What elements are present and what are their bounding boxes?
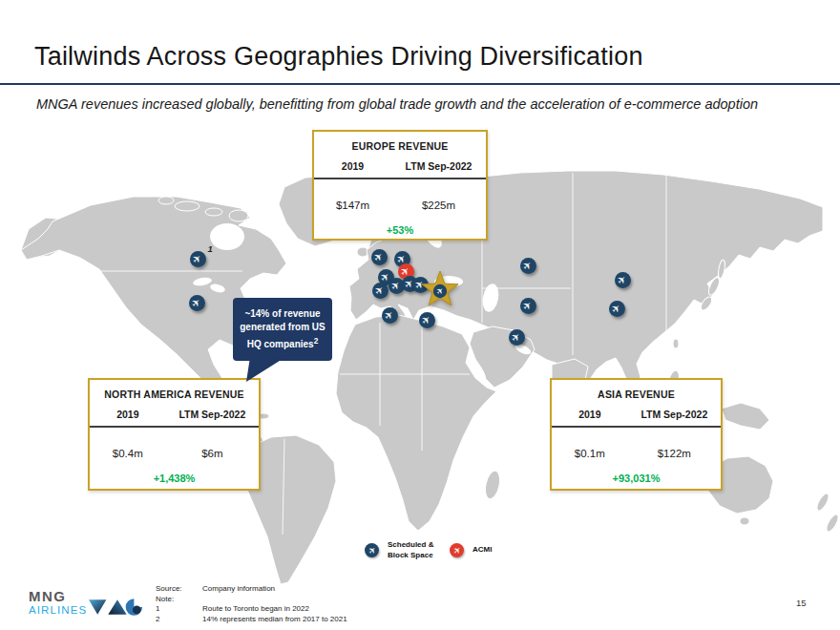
table-title: ASIA REVENUE bbox=[552, 380, 721, 400]
source-notes: Source: Company information Note: 1 Rout… bbox=[156, 584, 347, 623]
logo-text-airlines: AIRLINES bbox=[29, 605, 87, 617]
col-header-ltm: LTM Sep-2022 bbox=[628, 409, 721, 420]
callout-text: ~14% of revenue generated from US HQ com… bbox=[240, 308, 325, 349]
airplane-icon: ✈ bbox=[389, 279, 403, 292]
airplane-icon: ✈ bbox=[190, 296, 203, 309]
col-header-2019: 2019 bbox=[552, 409, 628, 420]
col-header-ltm: LTM Sep-2022 bbox=[166, 409, 259, 420]
col-header-2019: 2019 bbox=[90, 409, 166, 420]
source-value: Company information bbox=[202, 584, 347, 593]
scheduled-route-marker: ✈ bbox=[371, 249, 388, 265]
table-title: EUROPE REVENUE bbox=[314, 132, 486, 152]
scheduled-route-marker: ✈ bbox=[419, 312, 435, 328]
note-label: Note: bbox=[156, 595, 202, 603]
table-value-row: $0.4m $6m bbox=[90, 448, 259, 459]
note-spacer bbox=[202, 595, 347, 603]
value-2019: $0.4m bbox=[90, 448, 166, 459]
map-legend: ✈ Scheduled & Block Space ✈ ACMI bbox=[365, 540, 492, 561]
table-value-row: $147m $225m bbox=[314, 200, 486, 211]
europe-revenue-table: EUROPE REVENUE 2019 LTM Sep-2022 $147m $… bbox=[312, 130, 488, 241]
acmi-legend-label: ACMI bbox=[472, 545, 492, 556]
mng-logo-mark-icon bbox=[89, 598, 144, 617]
airplane-icon: ✈ bbox=[383, 308, 396, 322]
airplane-icon: ✈ bbox=[610, 302, 623, 315]
airplane-icon: ✈ bbox=[420, 313, 433, 326]
scheduled-legend-label: Scheduled & Block Space bbox=[388, 540, 441, 561]
slide: Tailwinds Across Geographies Driving Div… bbox=[0, 0, 840, 630]
map-footnote-ref: 1 bbox=[208, 243, 213, 254]
airplane-icon: ✈ bbox=[191, 252, 204, 265]
hub-star-icon: ✈ bbox=[420, 270, 460, 310]
growth-value: +93,031% bbox=[552, 472, 721, 484]
note-2-text: 14% represents median from 2017 to 2021 bbox=[202, 615, 347, 623]
scheduled-route-marker: ✈ bbox=[509, 329, 525, 346]
table-title: NORTH AMERICA REVENUE bbox=[90, 380, 259, 400]
value-ltm: $6m bbox=[166, 448, 259, 459]
acmi-legend-marker: ✈ bbox=[450, 543, 464, 557]
value-ltm: $122m bbox=[628, 448, 721, 459]
col-header-2019: 2019 bbox=[314, 160, 391, 172]
north-america-revenue-table: NORTH AMERICA REVENUE 2019 LTM Sep-2022 … bbox=[88, 378, 261, 491]
airplane-icon: ✈ bbox=[373, 284, 387, 297]
callout-tail bbox=[237, 357, 294, 386]
value-2019: $0.1m bbox=[552, 448, 628, 459]
airplane-icon: ✈ bbox=[521, 259, 535, 272]
us-revenue-callout: ~14% of revenue generated from US HQ com… bbox=[233, 298, 332, 361]
airplane-icon: ✈ bbox=[616, 273, 629, 286]
note-2-num: 2 bbox=[156, 615, 202, 623]
airplane-icon: ✈ bbox=[366, 545, 377, 556]
value-ltm: $225m bbox=[391, 200, 486, 211]
page-title: Tailwinds Across Geographies Driving Div… bbox=[34, 42, 643, 72]
scheduled-route-marker: ✈ bbox=[382, 307, 398, 324]
source-label: Source: bbox=[156, 584, 202, 593]
mng-airlines-logo: MNG AIRLINES bbox=[29, 589, 144, 617]
asia-revenue-table: ASIA REVENUE 2019 LTM Sep-2022 $0.1m $12… bbox=[550, 378, 723, 491]
table-value-row: $0.1m $122m bbox=[552, 448, 721, 459]
airplane-icon: ✈ bbox=[372, 250, 386, 263]
callout-footnote-ref: 2 bbox=[314, 336, 319, 346]
note-1-text: Route to Toronto began in 2022 bbox=[202, 604, 347, 613]
title-divider bbox=[0, 83, 840, 85]
logo-text-mng: MNG bbox=[29, 589, 87, 603]
subtitle: MNGA revenues increased globally, benefi… bbox=[36, 96, 758, 112]
growth-value: +1,438% bbox=[90, 472, 259, 484]
airplane-icon: ✈ bbox=[451, 545, 462, 556]
scheduled-route-marker: ✈ bbox=[520, 258, 536, 274]
scheduled-route-marker: ✈ bbox=[520, 298, 536, 314]
growth-value: +53% bbox=[314, 224, 486, 236]
table-header-row: 2019 LTM Sep-2022 bbox=[90, 409, 259, 428]
scheduled-route-marker: ✈ bbox=[609, 301, 625, 317]
note-1-num: 1 bbox=[156, 604, 202, 613]
col-header-ltm: LTM Sep-2022 bbox=[391, 160, 486, 172]
airplane-icon: ✈ bbox=[510, 330, 523, 344]
airplane-icon: ✈ bbox=[521, 299, 535, 312]
scheduled-route-marker: ✈ bbox=[372, 283, 388, 299]
table-header-row: 2019 LTM Sep-2022 bbox=[314, 160, 486, 179]
scheduled-route-marker: ✈1 bbox=[190, 251, 206, 267]
table-header-row: 2019 LTM Sep-2022 bbox=[552, 409, 721, 428]
scheduled-route-marker: ✈ bbox=[189, 295, 205, 311]
page-number: 15 bbox=[796, 598, 807, 608]
scheduled-route-marker: ✈ bbox=[615, 272, 631, 288]
scheduled-legend-marker: ✈ bbox=[365, 543, 379, 557]
value-2019: $147m bbox=[314, 200, 391, 211]
